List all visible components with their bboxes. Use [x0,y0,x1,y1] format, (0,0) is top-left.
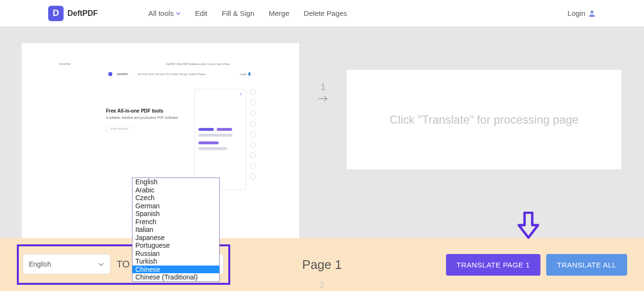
source-language-value: English [29,260,51,268]
preview-circle-icon [250,110,256,116]
chevron-down-icon [98,263,104,266]
nav-edit[interactable]: Edit [195,9,208,17]
dropdown-option[interactable]: German [132,202,219,210]
dropdown-option[interactable]: Arabic [132,186,219,194]
translate-all-button[interactable]: TRANSLATE ALL [546,254,627,276]
dropdown-option[interactable]: Japanese [132,234,219,242]
source-language-select[interactable]: English [23,254,110,274]
preview-date: 4/1/2019 [59,63,70,65]
login-label: Login [567,9,585,17]
svg-point-0 [591,11,593,13]
dropdown-option[interactable]: Russian [132,250,219,258]
brand-name: DeftPDF [67,9,98,18]
preview-circle-icon [250,142,256,148]
preview-circle-icon [250,121,256,127]
nav-fill-sign[interactable]: Fill & Sign [222,9,255,17]
nav-delete-pages[interactable]: Delete Pages [304,9,347,17]
result-placeholder: Click "Translate" for processing page [390,113,578,127]
nav-all-tools-label: All tools [148,9,174,17]
logo-icon: D [48,6,64,21]
action-buttons: TRANSLATE PAGE 1 TRANSLATE ALL [446,254,627,276]
step-number: 1 [321,82,326,92]
dropdown-option[interactable]: Italian [132,226,219,234]
nav-merge[interactable]: Merge [269,9,289,17]
preview-login: Login 👤 [240,72,251,76]
dropdown-option[interactable]: Spanish [132,210,219,218]
preview-card: ✎ [194,89,246,190]
preview-circle-icon [250,89,256,95]
attention-arrow-icon [517,212,540,240]
dropdown-option[interactable]: English [132,178,219,186]
preview-circle-icon [250,100,256,105]
preview-nav: All tools Edit Convert Fill & Sign Merge… [138,73,206,76]
preview-logo-icon [108,72,112,76]
main-nav: All tools Edit Fill & Sign Merge Delete … [148,9,347,17]
step-indicator: 1 [318,82,329,102]
translate-toolbar: English TO Chinese Page 1 TRANSLATE PAGE… [0,238,644,291]
preview-circle-icon [250,163,256,169]
preview-cta-button: START EDITING [106,126,133,132]
page-indicator: Page 1 [302,257,342,272]
nav-all-tools[interactable]: All tools [148,9,181,17]
next-page-number: 2 [319,280,324,290]
preview-circle-icon [250,174,256,179]
dropdown-option[interactable]: Chinese (Traditional) [132,273,219,281]
logo-area[interactable]: D DeftPDF [48,6,98,21]
main-header: D DeftPDF All tools Edit Fill & Sign Mer… [0,0,644,26]
to-label: TO [117,259,130,270]
preview-hero-subtitle: A reliable, intuitive and productive PDF… [106,115,178,120]
dropdown-option[interactable]: French [132,218,219,226]
main-workspace: 4/1/2019 DeftPDF | Free PDF Software to … [0,26,644,238]
preview-brand: DeftPDF [117,73,128,76]
chevron-down-icon [176,12,181,15]
dropdown-option[interactable]: Portuguese [132,241,219,250]
dropdown-option[interactable]: Czech [132,194,219,202]
preview-page-header: DeftPDF | Free PDF Software to Edit, Con… [166,63,230,65]
language-dropdown-list[interactable]: EnglishArabicCzechGermanSpanishFrenchIta… [132,178,220,282]
preview-circle-icon [250,152,256,158]
preview-circle-icon [250,131,256,137]
dropdown-option[interactable]: Turkish [132,257,219,266]
login-button[interactable]: Login [567,9,596,17]
translate-page-button[interactable]: TRANSLATE PAGE 1 [446,254,541,276]
dropdown-option[interactable]: Chinese [132,266,219,274]
user-icon [588,10,596,17]
arrow-right-icon [318,95,329,102]
preview-hero-title: Free All-in-one PDF tools [106,108,178,114]
result-preview: Click "Translate" for processing page [347,70,621,169]
